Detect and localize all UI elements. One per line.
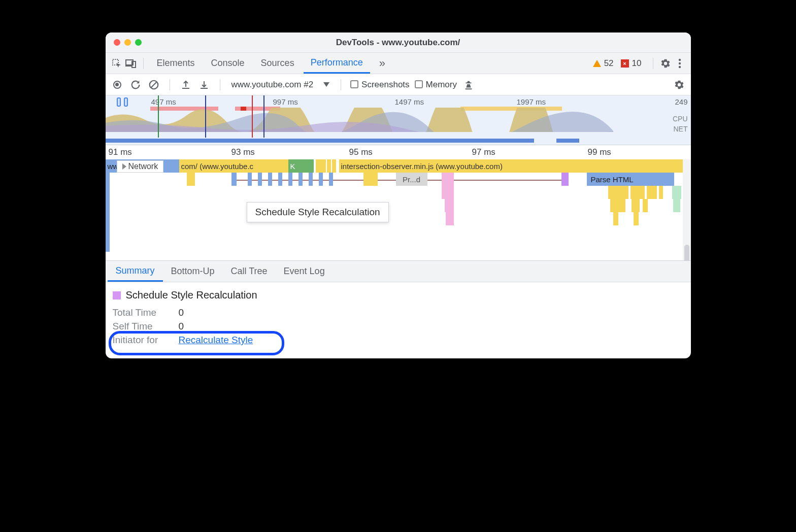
chevron-right-icon [122, 163, 126, 170]
warning-icon [593, 60, 601, 67]
close-icon[interactable] [114, 39, 120, 46]
tooltip: Schedule Style Recalculation [247, 202, 389, 222]
initiator-link[interactable]: Recalculate Style [179, 335, 253, 346]
download-icon[interactable] [197, 78, 211, 91]
row-total-time: Total Time 0 [113, 307, 684, 318]
more-tabs-icon[interactable] [372, 53, 392, 74]
tab-performance[interactable]: Performance [304, 53, 370, 74]
memory-checkbox[interactable]: Memory [415, 80, 457, 90]
track-row-3 [106, 186, 691, 199]
tab-event-log[interactable]: Event Log [276, 261, 333, 282]
detail-timeline[interactable]: 91 ms 93 ms 95 ms 97 ms 99 ms Network ww… [106, 145, 691, 261]
overview-side-labels: CPU NET [673, 114, 688, 134]
block-schedule-target[interactable] [561, 173, 569, 186]
block-intersection-observer[interactable]: intersection-observer.min.js (www.youtub… [339, 159, 683, 173]
perf-settings-icon[interactable] [673, 78, 686, 91]
error-icon: × [621, 59, 629, 68]
warnings-count: 52 [604, 58, 614, 69]
track-row-2: Pr...d Parse HTML [106, 173, 691, 186]
row-initiator-for: Initiator for Recalculate Style [113, 335, 684, 346]
devtools-window: DevTools - www.youtube.com/ Elements Con… [106, 32, 691, 358]
overview-timeline[interactable]: 497 ms 997 ms 1497 ms 1997 ms 249 [106, 95, 691, 145]
block-prd[interactable]: Pr...d [396, 173, 427, 186]
record-button[interactable] [111, 78, 124, 91]
marker-red [252, 95, 253, 138]
recording-name: www.youtube.com #2 [231, 80, 314, 90]
recording-selector[interactable]: www.youtube.com #2 [229, 80, 332, 90]
event-color-swatch [113, 291, 121, 300]
reload-button[interactable] [129, 78, 142, 91]
errors-badge[interactable]: × 10 [621, 58, 642, 69]
inspect-icon[interactable] [111, 57, 123, 70]
summary-title: Schedule Style Recalculation [113, 289, 684, 301]
svg-point-6 [678, 65, 680, 68]
divider [220, 79, 220, 90]
warnings-badge[interactable]: 52 [593, 58, 614, 69]
block-youtube[interactable]: com/ (www.youtube.c [179, 159, 288, 173]
tab-elements[interactable]: Elements [150, 53, 202, 74]
bottom-tabs: Summary Bottom-Up Call Tree Event Log [106, 261, 691, 282]
track-row-1: www com/ (www.youtube.c K intersection-o… [106, 159, 691, 173]
upload-icon[interactable] [179, 78, 192, 91]
detail-ruler: 91 ms 93 ms 95 ms 97 ms 99 ms [106, 145, 691, 159]
tab-summary[interactable]: Summary [108, 261, 163, 282]
clear-button[interactable] [147, 78, 160, 91]
divider [653, 58, 653, 69]
network-track-toggle[interactable]: Network [117, 160, 164, 173]
marker-blue [205, 95, 206, 138]
tab-bottom-up[interactable]: Bottom-Up [163, 261, 223, 282]
track-row-5 [106, 212, 691, 225]
divider [170, 79, 170, 90]
summary-pane: Schedule Style Recalculation Total Time … [106, 282, 691, 358]
kebab-icon[interactable] [674, 57, 686, 70]
perf-toolbar: www.youtube.com #2 Screenshots Memory [106, 74, 691, 95]
marker-blue2 [263, 95, 264, 138]
divider [143, 58, 144, 69]
block-k[interactable]: K [288, 159, 297, 173]
tab-call-tree[interactable]: Call Tree [223, 261, 276, 282]
marker-green [158, 95, 159, 138]
minimize-icon[interactable] [124, 39, 131, 46]
track-row-7 [106, 239, 691, 252]
tab-sources[interactable]: Sources [254, 53, 302, 74]
selection-handle-left[interactable] [117, 97, 121, 107]
cpu-graph [106, 108, 613, 132]
block-parse-html[interactable]: Parse HTML [587, 173, 674, 186]
track-row-4 [106, 199, 691, 212]
errors-count: 10 [632, 58, 642, 69]
row-self-time: Self Time 0 [113, 321, 684, 332]
svg-point-5 [678, 62, 680, 64]
chevron-down-icon [323, 82, 329, 87]
collect-garbage-icon[interactable] [462, 78, 475, 91]
svg-line-8 [151, 82, 156, 87]
divider [341, 79, 341, 90]
device-icon[interactable] [125, 57, 137, 70]
net-bar [106, 139, 670, 143]
panel-tabs: Elements Console Sources Performance 52 … [106, 53, 691, 74]
selection-handle-right[interactable] [124, 97, 128, 107]
traffic-lights [106, 39, 142, 46]
maximize-icon[interactable] [135, 39, 142, 46]
screenshots-checkbox[interactable]: Screenshots [350, 80, 410, 90]
settings-icon[interactable] [659, 57, 672, 70]
window-title: DevTools - www.youtube.com/ [106, 38, 691, 48]
titlebar: DevTools - www.youtube.com/ [106, 32, 691, 53]
svg-point-4 [678, 58, 680, 60]
track-row-6 [106, 225, 691, 239]
tab-console[interactable]: Console [204, 53, 252, 74]
